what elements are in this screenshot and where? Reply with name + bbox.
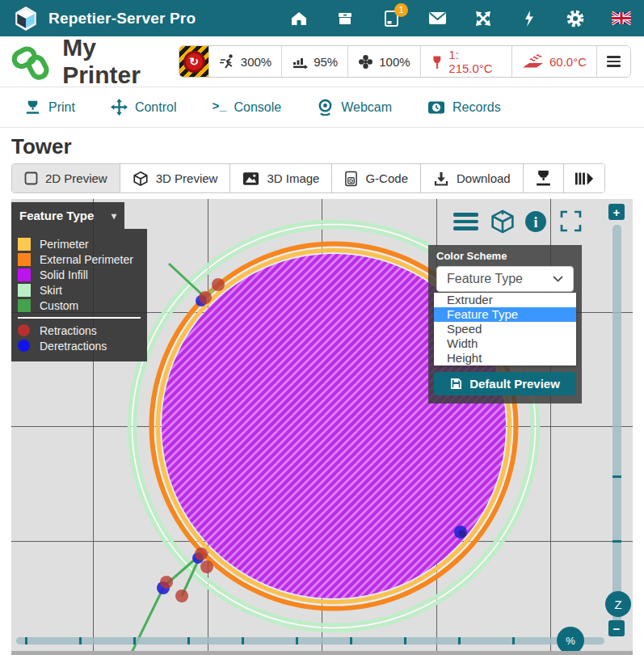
option-speed[interactable]: Speed	[434, 322, 576, 336]
tab-records[interactable]: Records	[427, 99, 501, 115]
printer-name: My Printer	[62, 34, 179, 89]
extruder-temp-value: 1: 215.0°C	[448, 48, 502, 75]
legend-label: Custom	[40, 299, 78, 312]
option-width[interactable]: Width	[434, 336, 576, 351]
color-scheme-selected-value: Feature Type	[447, 272, 523, 286]
continuous-print-button[interactable]	[563, 164, 604, 192]
tab-console[interactable]: >_ Console	[212, 100, 281, 115]
webcam-icon	[317, 99, 334, 116]
color-scheme-label: Color Scheme	[436, 250, 574, 262]
horizontal-scrollbar[interactable]	[16, 637, 604, 644]
cube-icon	[133, 171, 149, 187]
fit-screen-icon[interactable]	[560, 210, 582, 232]
horizontal-scrollbar-mark	[25, 637, 27, 644]
tab-print[interactable]: Print	[24, 99, 75, 116]
gcode-button[interactable]: G G-Code	[331, 164, 420, 192]
emergency-stop-button[interactable]: ↻	[179, 46, 208, 77]
quick-commands-icon[interactable]	[520, 9, 539, 28]
z-axis-button[interactable]: Z	[605, 591, 631, 617]
hamburger-icon	[607, 56, 621, 67]
color-scheme-select[interactable]: Feature Type	[436, 266, 574, 292]
horizontal-scrollbar-mark	[133, 637, 136, 644]
3d-preview-label: 3D Preview	[156, 171, 218, 185]
speed-value: 300%	[241, 55, 271, 69]
gear-glyph	[566, 9, 585, 28]
color-swatch	[18, 238, 31, 251]
home-icon[interactable]	[289, 9, 309, 28]
vertical-scrollbar-mark	[612, 475, 621, 478]
horizontal-scrollbar-mark	[242, 637, 244, 644]
home-glyph	[290, 10, 308, 27]
default-preview-button[interactable]: Default Preview	[434, 372, 576, 395]
legend-label: Skirt	[40, 284, 62, 297]
speed-multiplier[interactable]: 300%	[208, 46, 281, 77]
archive-box-icon[interactable]	[335, 9, 355, 28]
option-feature-type[interactable]: Feature Type	[434, 307, 576, 322]
printers-icon[interactable]: 1	[381, 9, 401, 28]
horizontal-scrollbar-mark	[296, 637, 298, 644]
envelope-glyph	[428, 11, 447, 25]
fan-speed[interactable]: 100%	[347, 46, 419, 77]
messages-icon[interactable]	[427, 9, 447, 28]
legend-item: Solid Infill	[18, 267, 147, 282]
fullscreen-icon[interactable]	[474, 9, 493, 28]
color-scheme-options: Extruder Feature Type Speed Width Height	[434, 293, 576, 366]
2d-preview-button[interactable]: 2D Preview	[12, 164, 120, 192]
settings-gear-icon[interactable]	[566, 9, 585, 28]
color-swatch	[18, 268, 31, 281]
legend-label: Deretractions	[40, 340, 107, 353]
nozzle-icon	[534, 169, 553, 188]
info-icon[interactable]: i	[524, 210, 547, 233]
3d-image-button[interactable]: 3D Image	[229, 164, 331, 192]
expand-glyph	[474, 10, 492, 27]
horizontal-scrollbar-mark	[79, 637, 82, 644]
legend-item: External Perimeter	[18, 251, 147, 267]
language-flag-icon[interactable]	[612, 9, 631, 28]
printer-menu-button[interactable]	[596, 46, 630, 77]
legend-divider	[18, 317, 141, 319]
3d-preview-button[interactable]: 3D Preview	[120, 164, 230, 192]
navbar-icons: 1	[289, 9, 631, 28]
stripes-play-icon	[575, 171, 594, 187]
bed-temp-value: 60.0°C	[549, 55, 587, 69]
repetier-logo-icon	[13, 6, 39, 32]
legend-label: Retractions	[40, 324, 97, 337]
tab-control[interactable]: Control	[111, 99, 177, 116]
percent-button[interactable]: %	[557, 627, 584, 654]
vertical-scrollbar[interactable]	[612, 225, 621, 623]
color-swatch	[18, 284, 31, 297]
heated-bed-icon	[522, 54, 544, 70]
print-file-button[interactable]	[523, 164, 563, 192]
preview-menu-icon[interactable]	[453, 213, 478, 230]
checkbox-icon	[24, 171, 38, 185]
gcode-doc-icon: G	[344, 171, 358, 187]
zoom-out-button[interactable]: −	[608, 620, 625, 636]
tab-webcam[interactable]: Webcam	[317, 99, 392, 116]
tab-console-label: Console	[234, 100, 282, 115]
default-preview-label: Default Preview	[469, 377, 560, 391]
flow-multiplier[interactable]: 95%	[281, 46, 347, 77]
download-button[interactable]: Download	[420, 164, 523, 192]
bed-temperature[interactable]: 60.0°C	[511, 46, 596, 77]
extruder-temperature[interactable]: 1: 215.0°C	[420, 46, 511, 77]
option-extruder[interactable]: Extruder	[434, 293, 576, 307]
legend-item: Skirt	[18, 282, 147, 298]
download-icon	[433, 171, 449, 187]
tab-records-label: Records	[452, 100, 501, 115]
tab-webcam-label: Webcam	[341, 100, 392, 115]
flow-value: 95%	[314, 55, 338, 69]
download-label: Download	[457, 171, 511, 185]
color-scheme-panel: Color Scheme Feature Type Extruder Featu…	[428, 245, 582, 404]
printer-tabs: Print Control >_ Console Webcam Records	[0, 87, 644, 128]
vertical-scrollbar-mark	[612, 540, 621, 543]
legend-dropdown[interactable]: Feature Type ▾	[11, 202, 124, 229]
horizontal-scrollbar-mark	[458, 637, 461, 644]
zoom-in-button[interactable]: +	[608, 204, 625, 220]
preview-3d-cube-icon[interactable]	[490, 209, 516, 235]
horizontal-scrollbar-mark	[350, 637, 352, 644]
chevron-down-icon	[553, 276, 563, 282]
gcode-2d-preview[interactable]: Feature Type ▾ Perimeter External Perime…	[11, 199, 633, 655]
legend-item: Retractions	[18, 323, 147, 338]
bed-edge	[11, 651, 633, 655]
option-height[interactable]: Height	[434, 351, 576, 366]
